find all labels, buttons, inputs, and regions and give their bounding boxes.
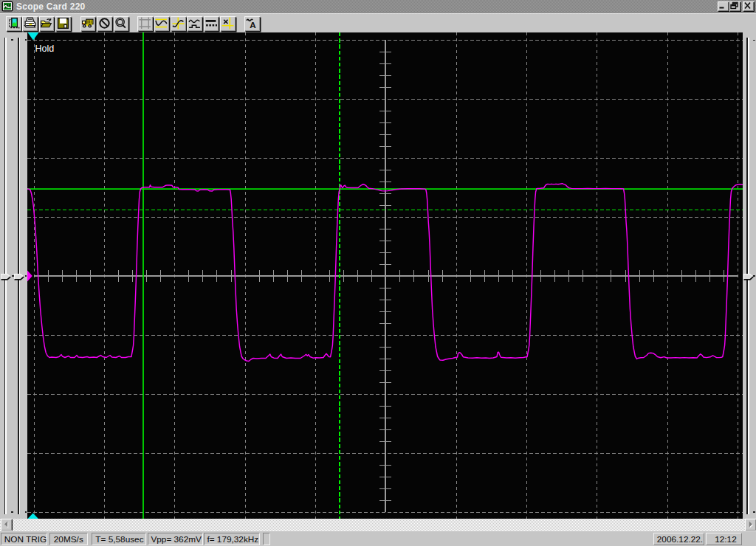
svg-text:A: A: [250, 20, 256, 30]
svg-text:Hold: Hold: [35, 44, 55, 54]
